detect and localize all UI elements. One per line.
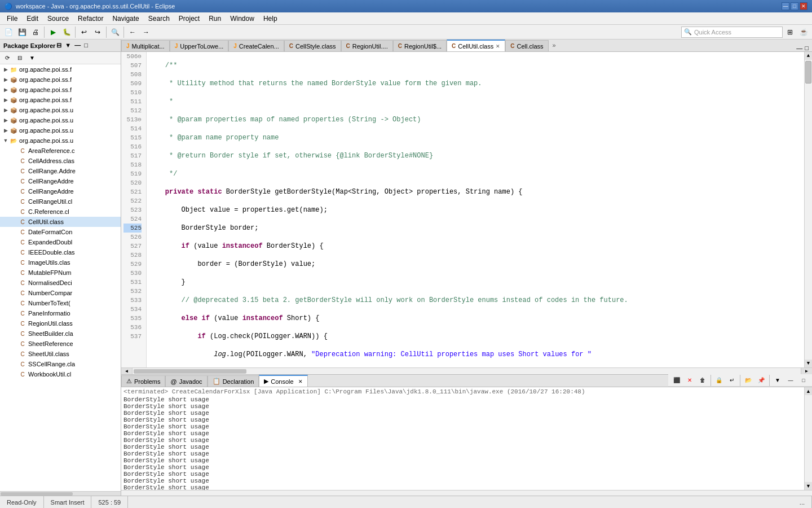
minimize-editor-icon[interactable]: — <box>795 45 804 51</box>
console-open-btn[interactable]: 📂 <box>742 374 754 387</box>
tree-item-dateformatcon[interactable]: C DateFormatCon <box>0 227 121 237</box>
console-minimize-btn[interactable]: — <box>784 374 797 387</box>
tree-item-sheetreference[interactable]: C SheetReference <box>0 339 121 349</box>
menu-edit[interactable]: Edit <box>22 14 43 24</box>
tree-item-creference[interactable]: C C.Reference.cl <box>0 207 121 217</box>
tree-item-numbercompar[interactable]: C NumberCompar <box>0 288 121 298</box>
minimize-button[interactable]: — <box>782 2 789 10</box>
tree-item-regionutil[interactable]: C RegionUtil.class <box>0 318 121 329</box>
quick-access-box[interactable]: 🔍 Quick Access <box>681 27 783 38</box>
editor-vscrollbar[interactable]: ▲ ▼ <box>804 52 812 367</box>
scroll-thumb[interactable] <box>805 61 811 84</box>
scroll-down-arrow[interactable]: ▼ <box>805 360 812 367</box>
console-pin-btn[interactable]: 📌 <box>755 374 767 387</box>
menu-search[interactable]: Search <box>144 14 174 24</box>
perspective-button[interactable]: ⊞ <box>784 26 796 38</box>
save-button[interactable]: 💾 <box>16 26 28 38</box>
tree-item-cellutil[interactable]: C CellUtil.class <box>0 217 121 227</box>
tab-overflow-button[interactable]: » <box>549 40 560 51</box>
console-scroll-down[interactable]: ▼ <box>805 482 812 490</box>
tree-item-cellrangeutil[interactable]: C CellRangeUtil.cl <box>0 196 121 207</box>
tree-item-areareference[interactable]: C AreaReference.c <box>0 146 121 156</box>
tree-item-cellrangeaddre1[interactable]: C CellRangeAddre <box>0 176 121 186</box>
tree-item-ssu3[interactable]: ▶ 📦 org.apache.poi.ss.u <box>0 125 121 135</box>
package-tree[interactable]: ▶ 📁 org.apache.poi.ss.f ▶ 📦 org.apache.p… <box>0 64 121 491</box>
tree-item-ieeeddouble[interactable]: C IEEEDouble.clas <box>0 247 121 257</box>
console-clear-btn[interactable]: 🗑 <box>696 374 709 387</box>
tree-item-imageutils[interactable]: C ImageUtils.clas <box>0 257 121 268</box>
tree-item-celladdress[interactable]: C CellAddress.clas <box>0 156 121 166</box>
console-vscrollbar[interactable]: ▲ ▼ <box>804 387 812 490</box>
filter-button[interactable]: ▼ <box>26 52 38 64</box>
console-hscrollbar[interactable] <box>121 490 812 496</box>
redo-button[interactable]: ↪ <box>91 26 104 38</box>
console-maximize-btn[interactable]: □ <box>797 374 810 387</box>
editor-hscrollbar[interactable]: ◄ ► <box>121 367 812 374</box>
perspective-java[interactable]: ☕ <box>797 26 810 38</box>
console-display-select-btn[interactable]: ▼ <box>771 374 784 387</box>
hscroll-thumb[interactable] <box>134 369 246 374</box>
close-button[interactable]: ✕ <box>800 2 807 10</box>
debug-button[interactable]: 🐛 <box>60 26 73 38</box>
tree-item-sscellrange[interactable]: C SSCellRange.cla <box>0 359 121 369</box>
menu-navigate[interactable]: Navigate <box>108 14 143 24</box>
tree-item-cellrangeaddre2[interactable]: C CellRangeAddre <box>0 186 121 196</box>
run-button[interactable]: ▶ <box>47 26 59 38</box>
tree-item-expandeddoubl[interactable]: C ExpandedDoubl <box>0 237 121 247</box>
tree-item-paneinformatio[interactable]: C PaneInformatio <box>0 308 121 318</box>
tab-multiplicat[interactable]: J Multiplicat... <box>121 40 170 51</box>
forward-button[interactable]: → <box>140 26 152 38</box>
print-button[interactable]: 🖨 <box>29 26 42 38</box>
tree-item-ssf2[interactable]: ▶ 📦 org.apache.poi.ss.f <box>0 75 121 85</box>
tree-item-ssu2[interactable]: ▶ 📦 org.apache.poi.ss.u <box>0 115 121 125</box>
console-scroll-lock-btn[interactable]: 🔒 <box>713 374 725 387</box>
tab-regionutil2[interactable]: C RegionUtil$... <box>393 40 447 51</box>
tree-item-mutablefpnum[interactable]: C MutableFPNum <box>0 268 121 278</box>
undo-button[interactable]: ↩ <box>78 26 90 38</box>
code-content[interactable]: /** * Utility method that returns the na… <box>147 52 804 367</box>
tab-problems[interactable]: ⚠ Problems <box>121 375 165 387</box>
tree-item-workbookutil[interactable]: C WorkbookUtil.cl <box>0 369 121 379</box>
console-close-icon[interactable]: ✕ <box>298 379 303 384</box>
menu-help[interactable]: Help <box>259 14 282 24</box>
tree-item-sheetbuilder[interactable]: C SheetBuilder.cla <box>0 329 121 339</box>
panel-maximize-icon[interactable]: □ <box>83 42 89 49</box>
tree-item-sheetutil[interactable]: C SheetUtil.class <box>0 349 121 359</box>
tab-regionutil1[interactable]: C RegionUtil.... <box>341 40 393 51</box>
menu-window[interactable]: Window <box>226 14 259 24</box>
tab-declaration[interactable]: 📋 Declaration <box>208 375 259 387</box>
tree-item-root[interactable]: ▶ 📁 org.apache.poi.ss.f <box>0 64 121 75</box>
menu-project[interactable]: Project <box>174 14 204 24</box>
menu-refactor[interactable]: Refactor <box>73 14 108 24</box>
tab-createcalen[interactable]: J CreateCalen... <box>228 40 284 51</box>
tab-close-icon[interactable]: ✕ <box>496 43 500 49</box>
tree-item-ssu4-expanded[interactable]: ▼ 📂 org.apache.poi.ss.u <box>0 135 121 146</box>
tab-uppertolowe[interactable]: J UpperToLowe... <box>170 40 229 51</box>
tab-console[interactable]: ▶ Console ✕ <box>259 375 307 387</box>
console-scroll-up[interactable]: ▲ <box>805 387 812 395</box>
tree-item-cellrange[interactable]: C CellRange.Addre <box>0 166 121 176</box>
back-button[interactable]: ← <box>126 26 139 38</box>
search-button[interactable]: 🔍 <box>109 26 121 38</box>
menu-source[interactable]: Source <box>43 14 73 24</box>
collapse-all-icon[interactable]: ⊟ <box>55 42 63 49</box>
console-terminate-btn[interactable]: ⬛ <box>670 374 683 387</box>
package-explorer-scrollbar[interactable] <box>0 491 121 496</box>
new-button[interactable]: 📄 <box>2 26 15 38</box>
menu-file[interactable]: File <box>2 14 22 24</box>
sync-button[interactable]: ⟳ <box>1 52 14 64</box>
console-word-wrap-btn[interactable]: ↵ <box>726 374 738 387</box>
tree-item-ssf3[interactable]: ▶ 📦 org.apache.poi.ss.f <box>0 85 121 95</box>
tree-item-ssf4[interactable]: ▶ 📦 org.apache.poi.ss.f <box>0 95 121 105</box>
tab-cellutil-active[interactable]: C CellUtil.class ✕ <box>447 40 505 51</box>
scroll-left-arrow[interactable]: ◄ <box>121 368 133 375</box>
maximize-editor-icon[interactable]: □ <box>804 45 810 51</box>
maximize-button[interactable]: □ <box>791 2 798 10</box>
console-remove-btn[interactable]: ✕ <box>683 374 696 387</box>
collapse-button[interactable]: ⊟ <box>14 52 26 64</box>
tab-cell[interactable]: C Cell.class <box>505 40 548 51</box>
panel-minimize-icon[interactable]: — <box>73 42 82 49</box>
menu-run[interactable]: Run <box>204 14 226 24</box>
tree-item-numbertotext[interactable]: C NumberToText( <box>0 298 121 308</box>
tab-javadoc[interactable]: @ Javadoc <box>165 375 207 387</box>
